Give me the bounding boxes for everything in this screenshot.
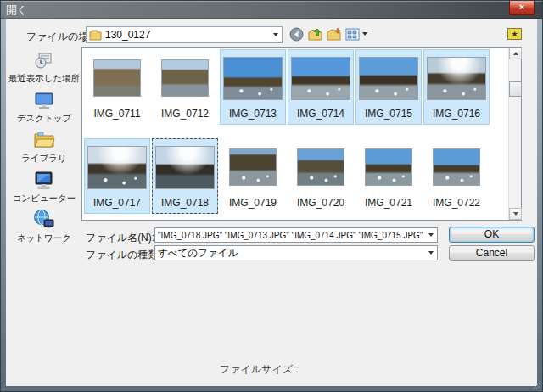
photo-thumbnail: [365, 148, 412, 186]
filesize-label: ファイルサイズ :: [220, 362, 299, 377]
photo-thumbnail: [433, 148, 480, 186]
scroll-down-button[interactable]: [509, 208, 522, 220]
sidebar-item-label: ライブラリ: [21, 153, 67, 165]
location-value: 130_0127: [105, 29, 269, 41]
photo-thumbnail: [155, 146, 215, 189]
new-folder-icon[interactable]: [327, 27, 341, 42]
up-one-level-icon[interactable]: [308, 27, 322, 42]
titlebar[interactable]: 開く ×: [1, 1, 542, 19]
photo-thumbnail: [359, 57, 418, 100]
file-item-label: IMG_0717: [93, 197, 141, 209]
cancel-button[interactable]: Cancel: [449, 245, 535, 261]
view-menu-icon[interactable]: [345, 27, 360, 42]
file-item-label: IMG_0713: [229, 108, 277, 120]
file-item[interactable]: IMG_0715: [355, 49, 422, 125]
sidebar-item-label: 最近表示した場所: [8, 73, 81, 85]
sidebar-item-label: コンピューター: [13, 193, 76, 204]
file-item-label: IMG_0711: [93, 108, 140, 120]
photo-thumbnail: [87, 146, 147, 189]
filetype-combobox[interactable]: すべてのファイル: [154, 245, 438, 260]
recent-places-icon: [32, 48, 56, 72]
back-icon[interactable]: [289, 27, 304, 42]
photo-thumbnail: [291, 57, 350, 100]
file-item[interactable]: IMG_0717: [84, 138, 150, 214]
file-item-label: IMG_0714: [297, 108, 344, 120]
libraries-icon: [32, 128, 56, 152]
file-item[interactable]: IMG_0721: [355, 138, 422, 214]
file-item-label: IMG_0720: [297, 197, 344, 209]
photo-thumbnail: [161, 59, 209, 97]
file-item[interactable]: IMG_0718: [152, 138, 218, 214]
file-item[interactable]: IMG_0720: [288, 138, 354, 214]
photo-thumbnail: [229, 148, 277, 186]
file-item-label: IMG_0721: [365, 197, 412, 209]
dialog-title: 開く: [6, 3, 27, 18]
open-file-dialog: 開く × ファイルの場所(I): 130_0127 ★: [0, 0, 543, 392]
scrollbar-thumb[interactable]: [509, 81, 522, 97]
file-item[interactable]: IMG_0713: [220, 49, 286, 125]
places-bar: 最近表示した場所 デスクトップ ライブラリ: [8, 48, 81, 248]
filename-value: "IMG_0718.JPG" "IMG_0713.JPG" "IMG_0714.…: [158, 231, 424, 240]
photo-thumbnail: [223, 57, 283, 100]
file-item[interactable]: IMG_0714: [288, 49, 354, 125]
filetype-dropdown-arrow[interactable]: [424, 246, 437, 260]
file-item[interactable]: IMG_0711: [84, 49, 150, 125]
file-item[interactable]: IMG_0712: [152, 49, 218, 125]
file-item-label: IMG_0715: [365, 108, 412, 120]
sidebar-item-label: ネットワーク: [17, 232, 71, 244]
filename-label: ファイル名(N):: [86, 231, 154, 245]
photo-thumbnail: [297, 148, 344, 186]
sidebar-item-computer[interactable]: コンピューター: [8, 168, 81, 208]
file-item[interactable]: IMG_0722: [423, 138, 490, 214]
desktop-icon: [32, 88, 56, 112]
file-item-label: IMG_0718: [161, 197, 209, 209]
photo-thumbnail: [427, 57, 486, 100]
sidebar-item-recent-places[interactable]: 最近表示した場所: [8, 48, 81, 88]
computer-icon: [32, 168, 56, 192]
favorites-star-icon[interactable]: ★: [507, 28, 522, 40]
resize-grip[interactable]: [532, 381, 540, 389]
filename-combobox[interactable]: "IMG_0718.JPG" "IMG_0713.JPG" "IMG_0714.…: [154, 227, 438, 243]
close-button[interactable]: ×: [509, 1, 535, 15]
location-dropdown-arrow[interactable]: [269, 27, 282, 42]
file-item-label: IMG_0719: [229, 197, 277, 209]
photo-thumbnail: [93, 59, 141, 97]
file-item-label: IMG_0716: [433, 108, 480, 120]
folder-icon: [89, 30, 102, 41]
view-menu-dropdown-arrow[interactable]: [362, 32, 367, 36]
sidebar-item-libraries[interactable]: ライブラリ: [8, 128, 81, 168]
sidebar-item-network[interactable]: ネットワーク: [8, 208, 81, 248]
file-item[interactable]: IMG_0716: [423, 49, 490, 125]
file-item[interactable]: IMG_0719: [220, 138, 286, 214]
network-icon: [32, 208, 56, 232]
scroll-up-button[interactable]: [509, 48, 522, 59]
sidebar-item-desktop[interactable]: デスクトップ: [8, 88, 81, 128]
ok-button[interactable]: OK: [449, 227, 535, 243]
file-item-label: IMG_0712: [161, 108, 209, 120]
location-combobox[interactable]: 130_0127: [86, 26, 283, 43]
file-grid: IMG_0711 IMG_0712 IMG_0713 IMG_0714 IMG_…: [84, 49, 501, 214]
filetype-value: すべてのファイル: [158, 247, 424, 260]
sidebar-item-label: デスクトップ: [17, 113, 71, 125]
filename-dropdown-arrow[interactable]: [424, 228, 437, 242]
vertical-scrollbar[interactable]: [508, 48, 521, 220]
file-item-label: IMG_0722: [433, 197, 480, 209]
